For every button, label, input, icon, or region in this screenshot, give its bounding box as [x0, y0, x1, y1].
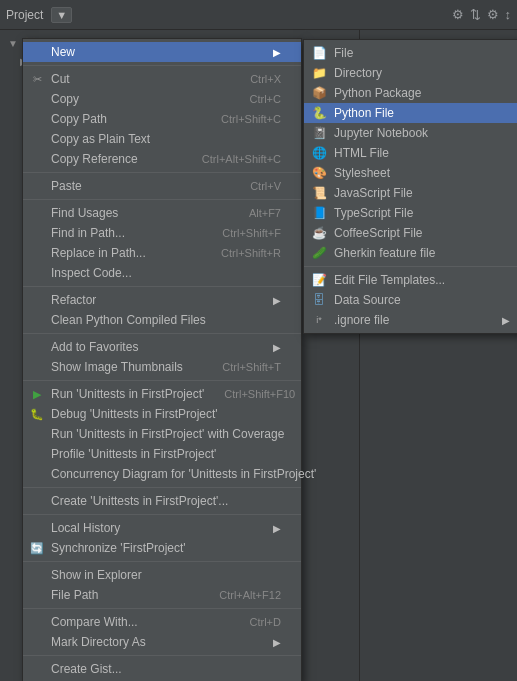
separator-2 — [23, 172, 301, 173]
submenu-item-pythonpackage[interactable]: 📦 Python Package — [304, 83, 517, 103]
sort-icon[interactable]: ⇅ — [470, 7, 481, 22]
menu-item-copypath[interactable]: Copy Path Ctrl+Shift+C — [23, 109, 301, 129]
menu-item-creategist[interactable]: Create Gist... — [23, 659, 301, 679]
submenu-item-pythonfile[interactable]: 🐍 Python File — [304, 103, 517, 123]
submenu-separator-1 — [304, 266, 517, 267]
menu-item-filepath-label: File Path — [51, 588, 98, 602]
menu-item-creategist-label: Create Gist... — [51, 662, 122, 676]
expand-icon[interactable]: ↕ — [505, 7, 512, 22]
menu-item-copyref-label: Copy Reference — [51, 152, 138, 166]
ignorefile-arrow-icon: ▶ — [502, 315, 510, 326]
menu-item-localhistory[interactable]: Local History ▶ — [23, 518, 301, 538]
new-submenu: 📄 File 📁 Directory 📦 Python Package 🐍 Py… — [303, 39, 517, 334]
menu-item-copy[interactable]: Copy Ctrl+C — [23, 89, 301, 109]
menu-item-showinexplorer[interactable]: Show in Explorer — [23, 565, 301, 585]
localhistory-icon — [29, 520, 45, 536]
menu-item-profile-label: Profile 'Unittests in FirstProject' — [51, 447, 216, 461]
main-area: ▼ 📁 FirstProject F:\Cloud\Git\FirstProje… — [0, 30, 517, 681]
submenu-item-coffeescript[interactable]: ☕ CoffeeScript File — [304, 223, 517, 243]
jupyter-icon: 📓 — [310, 125, 328, 141]
menu-item-copyplain[interactable]: Copy as Plain Text — [23, 129, 301, 149]
menu-item-showthumbs[interactable]: Show Image Thumbnails Ctrl+Shift+T — [23, 357, 301, 377]
new-icon — [29, 44, 45, 60]
submenu-item-ignorefile[interactable]: i* .ignore file ▶ — [304, 310, 517, 330]
submenu-item-stylesheet[interactable]: 🎨 Stylesheet — [304, 163, 517, 183]
menu-item-debug[interactable]: 🐛 Debug 'Unittests in FirstProject' — [23, 404, 301, 424]
menu-item-showinexplorer-label: Show in Explorer — [51, 568, 142, 582]
menu-item-runcov[interactable]: Run 'Unittests in FirstProject' with Cov… — [23, 424, 301, 444]
menu-item-sync[interactable]: 🔄 Synchronize 'FirstProject' — [23, 538, 301, 558]
menu-item-markdir-label: Mark Directory As — [51, 635, 146, 649]
menu-item-findusages[interactable]: Find Usages Alt+F7 — [23, 203, 301, 223]
submenu-item-ignorefile-label: .ignore file — [334, 313, 389, 327]
submenu-item-html[interactable]: 🌐 HTML File — [304, 143, 517, 163]
filepath-icon — [29, 587, 45, 603]
html-icon: 🌐 — [310, 145, 328, 161]
markdir-arrow-icon: ▶ — [273, 637, 281, 648]
submenu-item-javascript-label: JavaScript File — [334, 186, 413, 200]
gear-icon[interactable]: ⚙ — [487, 7, 499, 22]
directory-icon: 📁 — [310, 65, 328, 81]
menu-item-run[interactable]: ▶ Run 'Unittests in FirstProject' Ctrl+S… — [23, 384, 301, 404]
copypath-shortcut: Ctrl+Shift+C — [201, 113, 281, 125]
stylesheet-icon: 🎨 — [310, 165, 328, 181]
menu-item-copypath-label: Copy Path — [51, 112, 107, 126]
settings-icon[interactable]: ⚙ — [452, 7, 464, 22]
separator-5 — [23, 333, 301, 334]
menu-item-cleanpython-label: Clean Python Compiled Files — [51, 313, 206, 327]
replace-icon — [29, 245, 45, 261]
copyplain-icon — [29, 131, 45, 147]
menu-item-create[interactable]: Create 'Unittests in FirstProject'... — [23, 491, 301, 511]
replace-shortcut: Ctrl+Shift+R — [201, 247, 281, 259]
submenu-item-javascript[interactable]: 📜 JavaScript File — [304, 183, 517, 203]
submenu-item-directory-label: Directory — [334, 66, 382, 80]
menu-item-markdir[interactable]: Mark Directory As ▶ — [23, 632, 301, 652]
submenu-item-gherkin[interactable]: 🥒 Gherkin feature file — [304, 243, 517, 263]
javascript-icon: 📜 — [310, 185, 328, 201]
menu-item-compare[interactable]: Compare With... Ctrl+D — [23, 612, 301, 632]
menu-item-addtofav[interactable]: Add to Favorites ▶ — [23, 337, 301, 357]
menu-item-inspect[interactable]: Inspect Code... — [23, 263, 301, 283]
menu-item-profile[interactable]: Profile 'Unittests in FirstProject' — [23, 444, 301, 464]
localhistory-arrow-icon: ▶ — [273, 523, 281, 534]
menu-item-concurrency[interactable]: Concurrency Diagram for 'Unittests in Fi… — [23, 464, 301, 484]
submenu-item-typescript[interactable]: 📘 TypeScript File — [304, 203, 517, 223]
menu-item-new[interactable]: New ▶ — [23, 42, 301, 62]
menu-item-replace[interactable]: Replace in Path... Ctrl+Shift+R — [23, 243, 301, 263]
copy-shortcut: Ctrl+C — [230, 93, 281, 105]
submenu-item-file-label: File — [334, 46, 353, 60]
menu-item-refactor-label: Refactor — [51, 293, 96, 307]
showthumbs-shortcut: Ctrl+Shift+T — [202, 361, 281, 373]
menu-item-refactor[interactable]: Refactor ▶ — [23, 290, 301, 310]
menu-item-paste-label: Paste — [51, 179, 82, 193]
submenu-item-jupyter[interactable]: 📓 Jupyter Notebook — [304, 123, 517, 143]
menu-item-concurrency-label: Concurrency Diagram for 'Unittests in Fi… — [51, 467, 316, 481]
menu-item-copyref[interactable]: Copy Reference Ctrl+Alt+Shift+C — [23, 149, 301, 169]
menu-item-cleanpython[interactable]: Clean Python Compiled Files — [23, 310, 301, 330]
menu-item-findinpath[interactable]: Find in Path... Ctrl+Shift+F — [23, 223, 301, 243]
menu-item-cut-label: Cut — [51, 72, 70, 86]
submenu-item-directory[interactable]: 📁 Directory — [304, 63, 517, 83]
copypath-icon — [29, 111, 45, 127]
menu-item-filepath[interactable]: File Path Ctrl+Alt+F12 — [23, 585, 301, 605]
addtofav-icon — [29, 339, 45, 355]
separator-4 — [23, 286, 301, 287]
submenu-item-edittemplates-label: Edit File Templates... — [334, 273, 445, 287]
separator-1 — [23, 65, 301, 66]
menu-item-paste[interactable]: Paste Ctrl+V — [23, 176, 301, 196]
copy-icon — [29, 91, 45, 107]
submenu-item-file[interactable]: 📄 File — [304, 43, 517, 63]
submenu-item-edittemplates[interactable]: 📝 Edit File Templates... — [304, 270, 517, 290]
separator-9 — [23, 561, 301, 562]
copyref-icon — [29, 151, 45, 167]
menu-item-runcov-label: Run 'Unittests in FirstProject' with Cov… — [51, 427, 284, 441]
menu-item-copy-label: Copy — [51, 92, 79, 106]
cleanpython-icon — [29, 312, 45, 328]
submenu-item-gherkin-label: Gherkin feature file — [334, 246, 435, 260]
menu-item-cut[interactable]: ✂ Cut Ctrl+X — [23, 69, 301, 89]
submenu-item-datasource[interactable]: 🗄 Data Source — [304, 290, 517, 310]
menu-item-replace-label: Replace in Path... — [51, 246, 146, 260]
coffeescript-icon: ☕ — [310, 225, 328, 241]
toolbar-dropdown[interactable]: ▼ — [51, 7, 72, 23]
paste-icon — [29, 178, 45, 194]
